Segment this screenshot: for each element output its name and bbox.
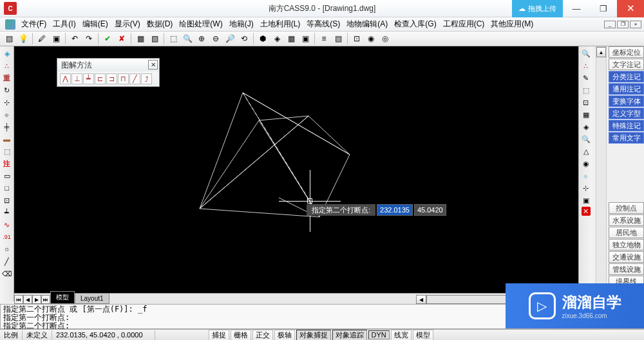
tab-nav-first[interactable]: ⏮	[14, 295, 23, 304]
doc-restore[interactable]: ❐	[617, 21, 629, 28]
zoom-out-icon[interactable]: ⊖	[209, 32, 222, 45]
bulb-icon[interactable]: 💡	[17, 32, 30, 45]
tool-icon[interactable]: ▦	[580, 109, 592, 120]
tool-icon[interactable]: 🖉	[35, 32, 48, 45]
tool-icon[interactable]: ▣	[299, 32, 312, 45]
status-model[interactable]: 模型	[413, 330, 433, 341]
tool-icon[interactable]: ⬢	[256, 32, 269, 45]
panel-btn[interactable]: 常用文字	[609, 132, 644, 144]
menu-feature[interactable]: 地物编辑(A)	[343, 17, 391, 31]
status-polar[interactable]: 极轴	[274, 330, 295, 341]
tool-icon[interactable]: .91	[1, 231, 13, 243]
panel-btn[interactable]: 坐标定位	[609, 46, 644, 58]
status-snap[interactable]: 捕捉	[209, 330, 229, 341]
tool-icon[interactable]: ⬚	[580, 84, 592, 96]
minimize-button[interactable]: —	[563, 0, 590, 17]
tab-layout1[interactable]: Layout1	[75, 293, 109, 304]
panel-btn[interactable]: 文字注记	[609, 59, 644, 70]
annotation-icon[interactable]: 注	[1, 158, 13, 169]
tool-icon[interactable]: ◎	[379, 32, 392, 45]
close-button[interactable]: ✕	[617, 0, 644, 17]
ft-tool-icon[interactable]: ╱	[129, 73, 140, 84]
menu-cadastre[interactable]: 地籍(J)	[226, 17, 257, 31]
check-icon[interactable]: ✔	[101, 32, 114, 45]
tool-icon[interactable]: ◉	[580, 158, 592, 169]
zoom-in-icon[interactable]: ⊕	[195, 32, 208, 45]
tool-icon[interactable]: 重	[1, 72, 13, 84]
layers-icon[interactable]: ▤	[3, 32, 15, 45]
panel-btn[interactable]: 水系设施	[609, 214, 644, 226]
status-scale[interactable]: 比例	[0, 330, 23, 340]
tool-icon[interactable]: ⊡	[580, 97, 592, 108]
ft-tool-icon[interactable]: ⊓	[118, 73, 129, 84]
tool-icon[interactable]: ◈	[1, 48, 13, 59]
eraser-icon[interactable]: ⌫	[1, 268, 13, 279]
maximize-button[interactable]: ❐	[590, 0, 617, 17]
tool-icon[interactable]: ▤	[332, 32, 345, 45]
tool-icon[interactable]: ▬	[1, 133, 13, 145]
tool-icon[interactable]: ⊹	[1, 97, 13, 108]
float-close-button[interactable]: ✕	[148, 60, 158, 70]
tool-icon[interactable]: ≡	[317, 32, 330, 45]
panel-btn[interactable]: 定义字型	[609, 108, 644, 119]
menu-engineering[interactable]: 工程应用(C)	[440, 17, 488, 31]
rectangle-icon[interactable]: □	[1, 182, 13, 194]
menu-land[interactable]: 土地利用(L)	[257, 17, 304, 31]
rectangle-icon[interactable]: ▭	[1, 170, 13, 182]
menu-check[interactable]: 检查入库(G)	[391, 17, 439, 31]
line-icon[interactable]: ╱	[1, 256, 13, 267]
status-osnap[interactable]: 对象捕捉	[296, 330, 331, 341]
tool-icon[interactable]: ⊡	[1, 194, 13, 206]
tool-icon[interactable]: ⊡	[350, 32, 363, 45]
tab-nav-prev[interactable]: ◀	[23, 295, 32, 304]
menu-data[interactable]: 数据(D)	[144, 17, 176, 31]
scroll-up-icon[interactable]: ▲	[596, 47, 606, 57]
rotate-icon[interactable]: ↻	[1, 84, 13, 96]
tool-icon[interactable]: ⛬	[1, 60, 13, 71]
panel-btn[interactable]: 管线设施	[609, 263, 644, 275]
tool-icon[interactable]: ⟐	[1, 109, 13, 120]
circle-icon[interactable]: ○	[1, 243, 13, 255]
close-red-icon[interactable]: ✕	[582, 207, 591, 216]
doc-close[interactable]: ×	[630, 21, 641, 28]
menu-draw[interactable]: 绘图处理(W)	[176, 17, 225, 31]
zoom-realtime-icon[interactable]: 🔎	[223, 32, 236, 45]
float-title[interactable]: 图解方法 ✕	[57, 59, 159, 71]
tool-icon[interactable]: ╪	[1, 121, 13, 133]
undo-icon[interactable]: ↶	[68, 32, 81, 45]
ft-tool-icon[interactable]: ⊥	[71, 73, 82, 84]
panel-btn[interactable]: 分类注记	[609, 71, 644, 82]
doc-minimize[interactable]: _	[604, 21, 616, 28]
menu-contour[interactable]: 等高线(S)	[303, 17, 343, 31]
tool-icon[interactable]: ⊹	[580, 182, 592, 194]
hscroll-left[interactable]: ◀	[416, 295, 426, 304]
tool-icon[interactable]: △	[580, 146, 592, 157]
zoom-prev-icon[interactable]: ⟲	[238, 32, 251, 45]
tool-icon[interactable]: ▣	[50, 32, 62, 45]
zoom-icon[interactable]: 🔍	[580, 48, 592, 59]
panel-btn[interactable]: 变换字体	[609, 95, 644, 107]
tool-icon[interactable]: ◈	[580, 121, 592, 133]
tool-icon[interactable]: ▣	[580, 194, 592, 206]
tool-icon[interactable]: ⬚	[1, 146, 13, 157]
menu-other[interactable]: 其他应用(M)	[488, 17, 536, 31]
canvas-vscroll[interactable]: ▲ ▼	[596, 46, 607, 301]
status-otrack[interactable]: 对象追踪	[332, 330, 367, 341]
panel-btn[interactable]: 独立地物	[609, 239, 644, 250]
tool-icon[interactable]: ⛬	[580, 60, 592, 71]
ft-tool-icon[interactable]: ┷	[83, 73, 94, 84]
tool-icon[interactable]: ▧	[148, 32, 161, 45]
status-dyn[interactable]: DYN	[368, 330, 390, 339]
redo-icon[interactable]: ↷	[82, 32, 95, 45]
tool-icon[interactable]: ▦	[285, 32, 298, 45]
panel-btn[interactable]: 控制点	[609, 202, 644, 214]
tool-icon[interactable]: ▦	[134, 32, 147, 45]
tool-icon[interactable]: ◉	[365, 32, 377, 45]
cass-icon[interactable]	[5, 19, 15, 30]
dyn-y-field[interactable]: 45.0420	[414, 204, 446, 216]
menu-edit[interactable]: 编辑(E)	[79, 17, 111, 31]
status-lwt[interactable]: 线宽	[391, 330, 412, 341]
ft-tool-icon[interactable]: ⊐	[106, 73, 117, 84]
dyn-x-field[interactable]: 232.0135	[377, 204, 413, 216]
zoom-window-icon[interactable]: ⬚	[167, 32, 180, 45]
